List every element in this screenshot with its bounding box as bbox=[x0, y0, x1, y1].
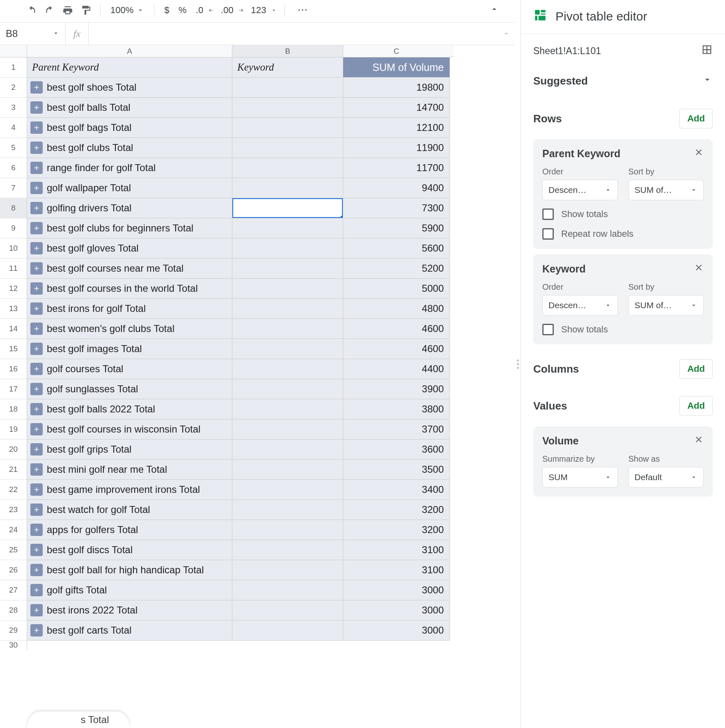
cell-sum-volume[interactable]: 11900 bbox=[343, 138, 450, 158]
row-number[interactable]: 21 bbox=[0, 460, 27, 480]
cell-keyword[interactable] bbox=[232, 540, 343, 560]
cell-parent-keyword[interactable]: best golf bags Total bbox=[27, 118, 232, 138]
expand-group-icon[interactable] bbox=[30, 564, 43, 576]
column-header-c[interactable]: C bbox=[343, 45, 450, 57]
add-columns-button[interactable]: Add bbox=[679, 359, 713, 379]
show-totals-checkbox[interactable] bbox=[542, 208, 554, 220]
expand-group-icon[interactable] bbox=[30, 121, 43, 134]
cell-keyword[interactable] bbox=[232, 218, 343, 238]
cell-keyword[interactable] bbox=[232, 440, 343, 460]
cell-keyword[interactable] bbox=[232, 620, 343, 641]
cell-parent-keyword[interactable]: golfing drivers Total bbox=[27, 198, 232, 218]
cell-sum-volume[interactable]: 5600 bbox=[343, 238, 450, 259]
select-range-icon[interactable] bbox=[701, 44, 713, 58]
cell-sum-volume[interactable]: 19800 bbox=[343, 78, 450, 98]
formula-input[interactable] bbox=[89, 23, 498, 45]
decrease-decimal-button[interactable]: .0 bbox=[193, 5, 214, 16]
remove-card-icon[interactable] bbox=[694, 263, 704, 275]
cell-parent-keyword[interactable]: golf gifts Total bbox=[27, 580, 232, 600]
expand-group-icon[interactable] bbox=[30, 81, 43, 94]
cell-keyword[interactable] bbox=[232, 238, 343, 259]
toolbar-more-button[interactable]: ··· bbox=[292, 5, 308, 16]
increase-decimal-button[interactable]: .00 bbox=[218, 5, 244, 16]
cell-keyword[interactable] bbox=[232, 118, 343, 138]
cell-parent-keyword[interactable]: best game improvement irons Total bbox=[27, 480, 232, 500]
expand-group-icon[interactable] bbox=[30, 343, 43, 355]
cell-keyword[interactable] bbox=[232, 560, 343, 580]
cell-sum-volume[interactable]: 4600 bbox=[343, 339, 450, 359]
more-formats-dropdown[interactable]: 123 bbox=[248, 5, 277, 16]
expand-group-icon[interactable] bbox=[30, 383, 43, 395]
cell-parent-keyword[interactable]: best golf clubs for beginners Total bbox=[27, 218, 232, 238]
expand-group-icon[interactable] bbox=[30, 423, 43, 435]
formula-expand-icon[interactable] bbox=[498, 23, 515, 45]
cell-sum-volume[interactable]: 3200 bbox=[343, 520, 450, 540]
cell-parent-keyword[interactable]: best golf clubs Total bbox=[27, 138, 232, 158]
header-keyword[interactable]: Keyword bbox=[232, 57, 343, 78]
row-number[interactable]: 7 bbox=[0, 178, 27, 198]
paint-format-icon[interactable] bbox=[79, 3, 93, 17]
cell-sum-volume[interactable]: 3200 bbox=[343, 500, 450, 520]
row-number[interactable]: 23 bbox=[0, 500, 27, 520]
cell-sum-volume[interactable]: 3400 bbox=[343, 480, 450, 500]
expand-group-icon[interactable] bbox=[30, 624, 43, 636]
format-currency-button[interactable]: $ bbox=[162, 5, 172, 16]
cell-sum-volume[interactable]: 3000 bbox=[343, 580, 450, 600]
add-rows-button[interactable]: Add bbox=[679, 109, 713, 128]
cell-keyword[interactable] bbox=[232, 580, 343, 600]
row-number[interactable]: 11 bbox=[0, 259, 27, 279]
expand-group-icon[interactable] bbox=[30, 182, 43, 194]
cell-parent-keyword[interactable]: best golf shoes Total bbox=[27, 78, 232, 98]
expand-group-icon[interactable] bbox=[30, 142, 43, 154]
cell-keyword[interactable] bbox=[232, 98, 343, 118]
cell-sum-volume[interactable]: 5900 bbox=[343, 218, 450, 238]
cell-sum-volume[interactable]: 7300 bbox=[343, 198, 450, 218]
cell-keyword[interactable] bbox=[232, 339, 343, 359]
expand-group-icon[interactable] bbox=[30, 544, 43, 556]
row-number[interactable]: 13 bbox=[0, 299, 27, 319]
cell-sum-volume[interactable]: 4800 bbox=[343, 299, 450, 319]
cell-parent-keyword[interactable]: golf sunglasses Total bbox=[27, 379, 232, 399]
panel-resize-handle[interactable] bbox=[515, 0, 521, 728]
cell-parent-keyword[interactable]: best irons for golf Total bbox=[27, 299, 232, 319]
remove-card-icon[interactable] bbox=[694, 435, 704, 447]
expand-group-icon[interactable] bbox=[30, 443, 43, 456]
expand-group-icon[interactable] bbox=[30, 302, 43, 315]
row-number[interactable]: 24 bbox=[0, 520, 27, 540]
row-number[interactable]: 10 bbox=[0, 238, 27, 259]
cell-keyword[interactable] bbox=[232, 600, 343, 620]
row-number[interactable]: 15 bbox=[0, 339, 27, 359]
cell-parent-keyword[interactable]: best golf courses in the world Total bbox=[27, 279, 232, 299]
cell-sum-volume[interactable]: 3000 bbox=[343, 620, 450, 641]
cell-parent-keyword[interactable]: best golf discs Total bbox=[27, 540, 232, 560]
cell-keyword[interactable] bbox=[232, 379, 343, 399]
cell-parent-keyword[interactable]: best golf courses near me Total bbox=[27, 259, 232, 279]
row-number[interactable]: 17 bbox=[0, 379, 27, 399]
row-number[interactable]: 12 bbox=[0, 279, 27, 299]
cell-parent-keyword[interactable]: apps for golfers Total bbox=[27, 520, 232, 540]
row-number[interactable]: 5 bbox=[0, 138, 27, 158]
cell-parent-keyword[interactable]: range finder for golf Total bbox=[27, 158, 232, 178]
cell-parent-keyword[interactable]: golf wallpaper Total bbox=[27, 178, 232, 198]
cell-parent-keyword[interactable]: best watch for golf Total bbox=[27, 500, 232, 520]
cell-sum-volume[interactable]: 3900 bbox=[343, 379, 450, 399]
cell-keyword[interactable] bbox=[232, 299, 343, 319]
summarize-select[interactable]: SUM bbox=[542, 467, 618, 488]
cell-parent-keyword[interactable]: golf courses Total bbox=[27, 359, 232, 379]
cell-keyword[interactable] bbox=[232, 279, 343, 299]
column-header-b[interactable]: B bbox=[232, 45, 343, 57]
row-number[interactable]: 28 bbox=[0, 600, 27, 620]
expand-group-icon[interactable] bbox=[30, 524, 43, 536]
suggested-section[interactable]: Suggested bbox=[533, 69, 713, 100]
cell-sum-volume[interactable]: 5000 bbox=[343, 279, 450, 299]
row-number[interactable]: 26 bbox=[0, 560, 27, 580]
row-number[interactable]: 4 bbox=[0, 118, 27, 138]
row-number[interactable]: 27 bbox=[0, 580, 27, 600]
cell-sum-volume[interactable]: 5200 bbox=[343, 259, 450, 279]
row-number[interactable]: 2 bbox=[0, 78, 27, 98]
repeat-labels-checkbox[interactable] bbox=[542, 228, 554, 240]
cell-keyword[interactable] bbox=[232, 78, 343, 98]
expand-group-icon[interactable] bbox=[30, 162, 43, 174]
expand-group-icon[interactable] bbox=[30, 584, 43, 596]
expand-group-icon[interactable] bbox=[30, 504, 43, 516]
